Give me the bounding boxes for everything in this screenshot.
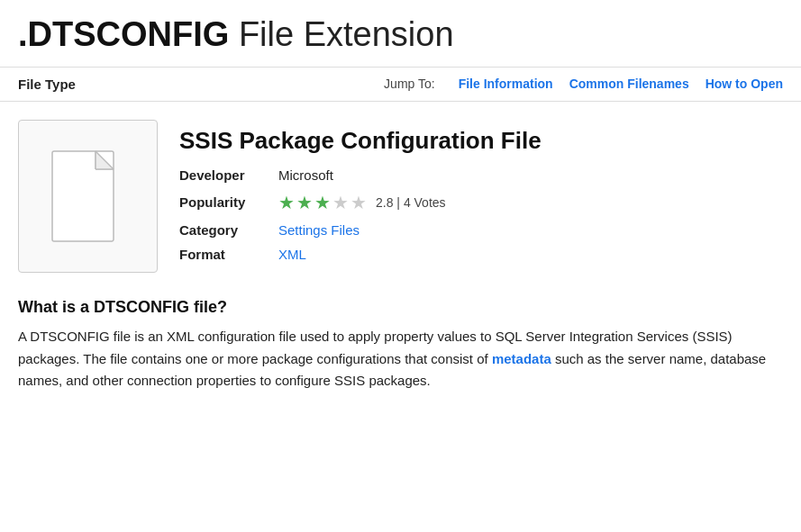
file-icon-wrapper [18, 120, 158, 273]
format-label: Format [179, 247, 278, 262]
stars: ★ ★ ★ ★ ★ [278, 192, 367, 213]
subtitle-text: File Extension [239, 15, 454, 53]
category-link[interactable]: Settings Files [278, 222, 360, 238]
main-content: SSIS Package Configuration File Develope… [0, 102, 801, 410]
developer-label: Developer [179, 167, 278, 183]
category-row: Category Settings Files [179, 222, 783, 238]
developer-row: Developer Microsoft [179, 167, 783, 183]
nav-bar: File Type Jump To: File Information Comm… [0, 68, 801, 102]
star-5: ★ [350, 192, 367, 213]
nav-link-file-information[interactable]: File Information [459, 77, 553, 91]
metadata-link[interactable]: metadata [492, 351, 551, 366]
file-details: SSIS Package Configuration File Develope… [179, 120, 783, 271]
description-section: What is a DTSCONFIG file? A DTSCONFIG fi… [18, 298, 783, 392]
nav-link-common-filenames[interactable]: Common Filenames [569, 77, 689, 91]
star-2: ★ [296, 192, 313, 213]
format-row: Format XML [179, 247, 783, 262]
rating-text: 2.8 | 4 Votes [376, 195, 446, 210]
jump-to-label: Jump To: [384, 77, 435, 91]
popularity-label: Popularity [179, 194, 278, 210]
format-link[interactable]: XML [278, 247, 306, 262]
popularity-row: Popularity ★ ★ ★ ★ ★ 2.8 | 4 Votes [179, 192, 783, 213]
developer-value: Microsoft [278, 167, 333, 183]
file-info-section: SSIS Package Configuration File Develope… [18, 120, 783, 273]
star-4: ★ [332, 192, 349, 213]
stars-wrapper: ★ ★ ★ ★ ★ 2.8 | 4 Votes [278, 192, 446, 213]
star-3: ★ [314, 192, 331, 213]
extension-text: .DTSCONFIG [18, 15, 229, 53]
file-icon [48, 147, 129, 246]
page-title: .DTSCONFIG File Extension [18, 16, 783, 54]
nav-link-how-to-open[interactable]: How to Open [705, 77, 783, 91]
star-1: ★ [278, 192, 295, 213]
page-header: .DTSCONFIG File Extension [0, 0, 801, 68]
category-label: Category [179, 222, 278, 238]
file-name-title: SSIS Package Configuration File [179, 127, 783, 155]
description-text: A DTSCONFIG file is an XML configuration… [18, 326, 783, 392]
nav-file-type-label: File Type [18, 77, 76, 92]
description-heading: What is a DTSCONFIG file? [18, 298, 783, 317]
